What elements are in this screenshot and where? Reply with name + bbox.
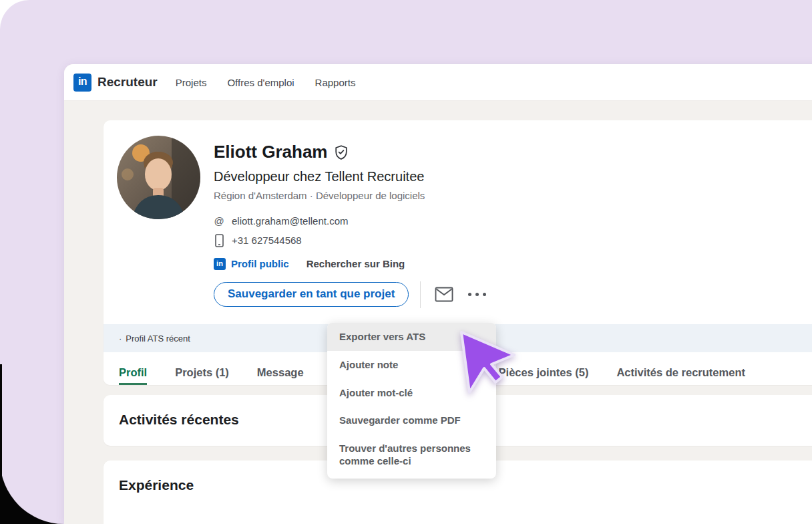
menu-item[interactable]: Sauvegarder comme PDF <box>327 406 496 434</box>
menu-item[interactable]: Ajouter mot-clé <box>327 379 496 407</box>
ellipsis-icon <box>468 293 471 296</box>
person-meta: Région d'Amsterdam · Développeur de logi… <box>214 190 486 201</box>
contact-block: @ eliott.graham@tellent.com +31 62754456… <box>214 215 486 247</box>
message-button[interactable] <box>432 284 456 305</box>
shield-check-icon <box>333 144 349 160</box>
profile-header: Eliott Graham Développeur chez Tellent R… <box>104 120 812 324</box>
linkedin-logo-small: in <box>214 258 226 270</box>
brand-name: Recruteur <box>97 75 158 90</box>
tab[interactable]: Projets (1) <box>175 366 229 385</box>
section-title-experience: Expérience <box>119 477 812 493</box>
linkedin-logo: in <box>73 74 91 92</box>
brand[interactable]: in Recruteur <box>73 74 158 92</box>
mobile-phone-icon <box>214 234 224 247</box>
profile-photo <box>117 136 200 219</box>
tab[interactable]: Activités de recrutement <box>616 366 745 385</box>
phone-value: +31 627544568 <box>232 235 302 246</box>
overflow-menu-button[interactable] <box>468 293 486 296</box>
email-value: eliott.graham@tellent.com <box>232 215 348 227</box>
at-sign-icon: @ <box>214 215 224 227</box>
public-profile-label: Profil public <box>231 258 289 269</box>
menu-item[interactable]: Trouver d'autres personnes comme celle-c… <box>327 434 496 475</box>
email-row: @ eliott.graham@tellent.com <box>214 215 486 227</box>
nav-item[interactable]: Rapports <box>315 77 356 88</box>
links-row: in Profil public Rechercher sur Bing <box>214 258 486 270</box>
page-edge-strip <box>0 364 2 524</box>
profile-info: Eliott Graham Développeur chez Tellent R… <box>214 136 486 324</box>
bing-search-link[interactable]: Rechercher sur Bing <box>307 258 405 269</box>
divider <box>420 281 421 308</box>
envelope-icon <box>435 287 453 302</box>
menu-item[interactable]: Ajouter note <box>327 351 496 379</box>
menu-item[interactable]: Exporter vers ATS <box>327 323 496 351</box>
overflow-dropdown-menu: Exporter vers ATSAjouter noteAjouter mot… <box>327 323 496 479</box>
save-as-project-button[interactable]: Sauvegarder en tant que projet <box>214 282 409 307</box>
person-name: Eliott Graham <box>214 142 327 162</box>
main-nav: ProjetsOffres d'emploiRapports <box>176 77 356 88</box>
tab[interactable]: Pièces jointes (5) <box>499 366 589 385</box>
tab[interactable]: Profil <box>119 366 147 385</box>
phone-row: +31 627544568 <box>214 234 486 247</box>
public-profile-link[interactable]: in Profil public <box>214 258 289 270</box>
tab[interactable]: Message <box>257 366 304 385</box>
top-navigation: in Recruteur ProjetsOffres d'emploiRappo… <box>64 64 812 101</box>
ats-bullet: · <box>119 334 122 344</box>
person-headline: Développeur chez Tellent Recruitee <box>214 169 486 184</box>
nav-item[interactable]: Projets <box>176 77 207 88</box>
actions-row: Sauvegarder en tant que projet <box>214 281 486 308</box>
ats-label: Profil ATS récent <box>126 334 190 344</box>
nav-item[interactable]: Offres d'emploi <box>227 77 294 88</box>
